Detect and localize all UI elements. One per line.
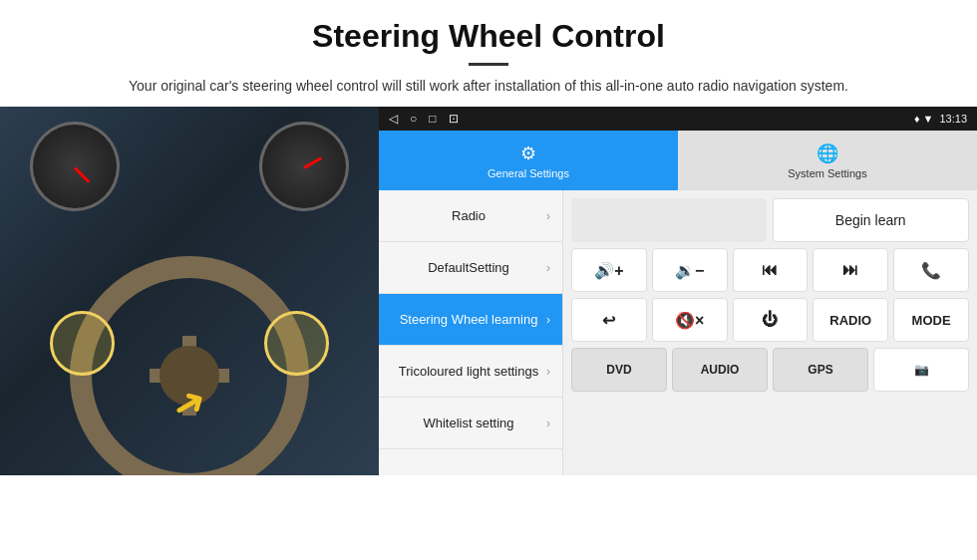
radio-button[interactable]: RADIO	[813, 298, 888, 342]
camera-button[interactable]: 📷	[873, 348, 969, 392]
phone-button[interactable]: 📞	[893, 248, 969, 292]
steering-wheel-image: ➜	[0, 107, 379, 475]
tab-system-settings[interactable]: 🌐 System Settings	[678, 131, 977, 190]
main-content: Radio › DefaultSetting › Steering Wheel …	[379, 190, 977, 475]
menu-item-steering[interactable]: Steering Wheel learning ›	[379, 294, 562, 346]
back-icon: ◁	[389, 112, 398, 126]
menu-tricoloured-label: Tricoloured light settings	[391, 364, 546, 380]
hangup-button[interactable]: ↩	[571, 298, 647, 342]
control-row-3: DVD AUDIO GPS 📷	[571, 348, 969, 392]
gps-label: GPS	[808, 363, 832, 377]
radio-label: RADIO	[829, 313, 871, 328]
status-bar-left: ◁ ○ □ ⊡	[389, 112, 459, 126]
begin-learn-row: Begin learn	[571, 198, 969, 242]
empty-cell	[571, 198, 767, 242]
mode-button[interactable]: MODE	[893, 298, 969, 342]
mute-icon: 🔇×	[675, 311, 704, 330]
screenshot-icon: ⊡	[449, 112, 459, 126]
gear-icon: ⚙	[520, 142, 536, 164]
page-header: Steering Wheel Control Your original car…	[0, 0, 977, 107]
tab-general-label: General Settings	[488, 167, 569, 179]
power-icon: ⏻	[762, 311, 778, 329]
begin-learn-label: Begin learn	[835, 212, 906, 228]
audio-button[interactable]: AUDIO	[672, 348, 768, 392]
chevron-icon: ›	[546, 417, 550, 430]
control-row-1: 🔊+ 🔉− ⏮ ⏭ 📞	[571, 248, 969, 292]
page-subtitle: Your original car's steering wheel contr…	[40, 76, 937, 97]
tab-general-settings[interactable]: ⚙ General Settings	[379, 131, 678, 190]
android-screen: ◁ ○ □ ⊡ ♦ ▼ 13:13 ⚙ General Settings 🌐	[379, 107, 977, 475]
chevron-icon: ›	[546, 209, 550, 223]
chevron-icon: ›	[546, 261, 550, 275]
mode-label: MODE	[912, 313, 951, 328]
page-title: Steering Wheel Control	[40, 18, 937, 55]
power-button[interactable]: ⏻	[733, 298, 809, 342]
globe-icon: 🌐	[816, 142, 838, 164]
signal-icon: ♦ ▼	[914, 113, 934, 125]
menu-default-label: DefaultSetting	[391, 260, 546, 276]
menu-item-whitelist[interactable]: Whitelist setting ›	[379, 398, 562, 449]
home-icon: ○	[410, 112, 417, 126]
right-panel: Begin learn 🔊+ 🔉− ⏮	[563, 190, 977, 475]
volume-up-icon: 🔊+	[594, 261, 623, 280]
menu-list: Radio › DefaultSetting › Steering Wheel …	[379, 190, 563, 475]
volume-down-icon: 🔉−	[675, 261, 704, 280]
time-display: 13:13	[939, 113, 967, 125]
status-bar-right: ♦ ▼ 13:13	[914, 113, 967, 125]
chevron-icon: ›	[546, 365, 550, 379]
speedometer-left	[30, 122, 120, 211]
phone-icon: 📞	[921, 261, 941, 280]
hangup-icon: ↩	[602, 311, 615, 330]
content-area: ➜ ◁ ○ □ ⊡ ♦ ▼ 13:13 ⚙	[0, 107, 977, 475]
menu-item-defaultsetting[interactable]: DefaultSetting ›	[379, 242, 562, 294]
chevron-icon: ›	[546, 313, 550, 327]
begin-learn-button[interactable]: Begin learn	[773, 198, 970, 242]
highlight-left	[50, 311, 115, 376]
dvd-button[interactable]: DVD	[571, 348, 667, 392]
title-divider	[469, 63, 508, 66]
volume-up-button[interactable]: 🔊+	[571, 248, 647, 292]
control-row-2: ↩ 🔇× ⏻ RADIO MODE	[571, 298, 969, 342]
highlight-right	[264, 311, 329, 376]
gps-button[interactable]: GPS	[773, 348, 868, 392]
volume-down-button[interactable]: 🔉−	[652, 248, 728, 292]
next-icon: ⏭	[842, 261, 858, 279]
tab-system-label: System Settings	[788, 167, 866, 179]
menu-radio-label: Radio	[391, 208, 546, 224]
menu-steering-label: Steering Wheel learning	[391, 312, 546, 328]
menu-whitelist-label: Whitelist setting	[391, 416, 546, 431]
page-container: Steering Wheel Control Your original car…	[0, 0, 977, 560]
recents-icon: □	[429, 112, 436, 126]
mute-button[interactable]: 🔇×	[652, 298, 728, 342]
menu-item-radio[interactable]: Radio ›	[379, 190, 562, 242]
tab-bar: ⚙ General Settings 🌐 System Settings	[379, 131, 977, 190]
prev-icon: ⏮	[762, 261, 778, 279]
dvd-label: DVD	[606, 363, 631, 377]
next-track-button[interactable]: ⏭	[813, 248, 888, 292]
status-bar: ◁ ○ □ ⊡ ♦ ▼ 13:13	[379, 107, 977, 131]
camera-icon: 📷	[914, 363, 929, 377]
menu-item-tricoloured[interactable]: Tricoloured light settings ›	[379, 346, 562, 398]
audio-label: AUDIO	[701, 363, 740, 377]
prev-track-button[interactable]: ⏮	[733, 248, 809, 292]
speedometer-right	[259, 122, 349, 211]
